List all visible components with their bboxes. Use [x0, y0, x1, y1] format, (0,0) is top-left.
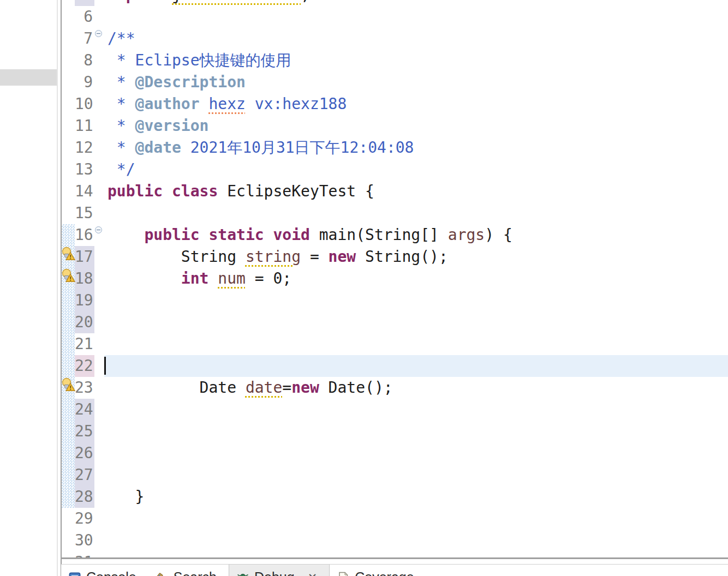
folding-ruler-cell[interactable] [94, 442, 104, 464]
annotation-ruler-cell[interactable] [62, 0, 75, 6]
line-number[interactable]: 26 [75, 442, 94, 464]
code-text[interactable] [104, 290, 728, 311]
annotation-ruler-cell[interactable]: ! [62, 246, 75, 268]
annotation-ruler-cell[interactable] [62, 442, 75, 464]
line-number[interactable]: 10 [75, 93, 94, 115]
code-line[interactable]: ! 18 int num = 0; [62, 268, 728, 290]
line-number[interactable]: 11 [75, 115, 94, 137]
code-line[interactable]: 12 * @date 2021年10月31日下午12:04:08 [62, 137, 728, 159]
code-text[interactable] [104, 355, 728, 377]
annotation-ruler-cell[interactable] [62, 355, 75, 377]
line-number[interactable]: 20 [75, 311, 94, 333]
annotation-ruler-cell[interactable] [62, 224, 75, 246]
line-number[interactable]: 22 [75, 355, 94, 377]
code-text[interactable]: * @date 2021年10月31日下午12:04:08 [104, 137, 728, 159]
code-text[interactable]: public class EclipseKeyTest { [104, 181, 728, 202]
code-line[interactable]: 31 [62, 551, 728, 557]
line-number[interactable]: 29 [75, 508, 94, 530]
code-text[interactable]: /** [104, 28, 728, 50]
code-line[interactable]: 8 * Eclipse快捷键的使用 [62, 50, 728, 71]
annotation-ruler-cell[interactable]: ! [62, 377, 75, 399]
code-text[interactable] [104, 530, 728, 551]
folding-ruler-cell[interactable] [94, 530, 104, 551]
tab-close-icon[interactable]: ✕ [308, 571, 318, 576]
line-number[interactable]: 23 [75, 377, 94, 399]
folding-ruler-cell[interactable] [94, 224, 104, 246]
code-scroll-area[interactable]: 5import java.util.Date;67/**8 * Eclipse快… [62, 0, 728, 557]
folding-ruler-cell[interactable] [94, 0, 104, 6]
annotation-ruler-cell[interactable] [62, 137, 75, 159]
left-panel-scrollbar-thumb[interactable] [0, 69, 57, 86]
annotation-ruler-cell[interactable] [62, 508, 75, 530]
line-number[interactable]: 25 [75, 421, 94, 442]
line-number[interactable]: 15 [75, 202, 94, 224]
code-line[interactable]: ! 23 Date date=new Date(); [62, 377, 728, 399]
code-text[interactable] [104, 311, 728, 333]
code-line[interactable]: 26 [62, 442, 728, 464]
folding-ruler-cell[interactable] [94, 508, 104, 530]
tab-coverage[interactable]: Coverage [330, 565, 426, 576]
annotation-ruler-cell[interactable] [62, 6, 75, 28]
folding-ruler-cell[interactable] [94, 137, 104, 159]
code-line[interactable]: 19 [62, 290, 728, 311]
code-line[interactable]: 21 [62, 333, 728, 355]
annotation-ruler-cell[interactable] [62, 530, 75, 551]
annotation-ruler-cell[interactable]: ! [62, 268, 75, 290]
code-text[interactable]: * Eclipse快捷键的使用 [104, 50, 728, 71]
code-text[interactable] [104, 202, 728, 224]
code-line[interactable]: 14public class EclipseKeyTest { [62, 181, 728, 202]
code-text[interactable]: String string = new String(); [104, 246, 728, 268]
folding-ruler-cell[interactable] [94, 28, 104, 50]
folding-ruler-cell[interactable] [94, 115, 104, 137]
tab-debug[interactable]: Debug✕ [229, 565, 330, 576]
line-number[interactable]: 13 [75, 159, 94, 181]
code-line[interactable]: 16 public static void main(String[] args… [62, 224, 728, 246]
code-text[interactable]: * @author hexz vx:hexz188 [104, 93, 728, 115]
annotation-ruler-cell[interactable] [62, 464, 75, 486]
editor-bottom-divider[interactable] [61, 557, 728, 559]
line-number[interactable]: 12 [75, 137, 94, 159]
code-text[interactable]: } [104, 486, 728, 508]
code-line[interactable]: 24 [62, 399, 728, 421]
line-number[interactable]: 21 [75, 333, 94, 355]
folding-ruler-cell[interactable] [94, 333, 104, 355]
folding-ruler-cell[interactable] [94, 399, 104, 421]
line-number[interactable]: 27 [75, 464, 94, 486]
line-number[interactable]: 28 [75, 486, 94, 508]
line-number[interactable]: 9 [75, 71, 94, 93]
annotation-ruler-cell[interactable] [62, 93, 75, 115]
code-editor[interactable]: 5import java.util.Date;67/**8 * Eclipse快… [62, 0, 728, 557]
annotation-ruler-cell[interactable] [62, 399, 75, 421]
annotation-ruler-cell[interactable] [62, 333, 75, 355]
annotation-ruler-cell[interactable] [62, 202, 75, 224]
code-line[interactable]: 27 [62, 464, 728, 486]
lightbulb-warning-icon[interactable]: ! [62, 247, 75, 261]
code-line[interactable]: 6 [62, 6, 728, 28]
code-line[interactable]: 25 [62, 421, 728, 442]
annotation-ruler-cell[interactable] [62, 159, 75, 181]
annotation-ruler-cell[interactable] [62, 181, 75, 202]
code-text[interactable] [104, 442, 728, 464]
code-line[interactable]: 30 [62, 530, 728, 551]
annotation-ruler-cell[interactable] [62, 50, 75, 71]
annotation-ruler-cell[interactable] [62, 290, 75, 311]
code-line[interactable]: 22 [62, 355, 728, 377]
code-line[interactable]: 28 } [62, 486, 728, 508]
folding-ruler-cell[interactable] [94, 290, 104, 311]
folding-ruler-cell[interactable] [94, 93, 104, 115]
code-text[interactable]: */ [104, 159, 728, 181]
code-line[interactable]: 10 * @author hexz vx:hexz188 [62, 93, 728, 115]
line-number[interactable]: 18 [75, 268, 94, 290]
annotation-ruler-cell[interactable] [62, 486, 75, 508]
code-line[interactable]: 15 [62, 202, 728, 224]
folding-ruler-cell[interactable] [94, 246, 104, 268]
tab-console[interactable]: Console [61, 565, 148, 576]
line-number[interactable]: 30 [75, 530, 94, 551]
folding-ruler-cell[interactable] [94, 486, 104, 508]
line-number[interactable]: 7 [75, 28, 94, 50]
line-number[interactable]: 31 [75, 551, 94, 557]
code-text[interactable]: public static void main(String[] args) { [104, 224, 728, 246]
code-text[interactable] [104, 421, 728, 442]
line-number[interactable]: 5 [75, 0, 94, 6]
code-text[interactable] [104, 551, 728, 557]
